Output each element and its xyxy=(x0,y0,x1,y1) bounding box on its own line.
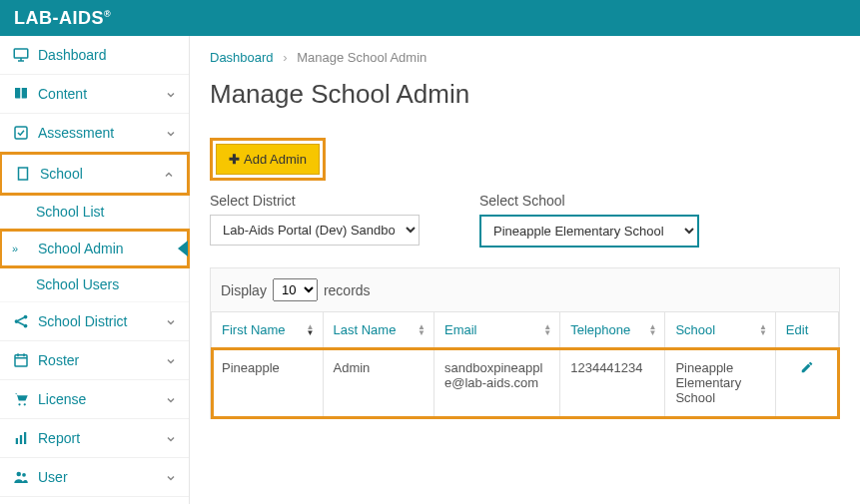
sidebar-item-label: Dashboard xyxy=(38,47,177,63)
book-icon xyxy=(12,85,30,103)
cell-email: sandboxpineapple@lab-aids.com xyxy=(434,348,560,418)
col-last-name[interactable]: Last Name ▲▼ xyxy=(323,312,434,348)
pencil-icon xyxy=(800,360,814,374)
check-square-icon xyxy=(12,124,30,142)
col-first-name[interactable]: First Name ▲▼ xyxy=(212,312,324,348)
display-suffix: records xyxy=(324,282,371,298)
sidebar-item-label: Report xyxy=(38,430,165,446)
building-icon xyxy=(14,165,32,183)
sidebar-item-report[interactable]: Report xyxy=(0,419,189,458)
data-panel: Display 10 records First Name ▲▼ Last Na… xyxy=(210,267,840,419)
select-district-dropdown[interactable]: Lab-Aids Portal (Dev) Sandbox xyxy=(210,215,420,246)
sidebar-item-content[interactable]: Content xyxy=(0,75,189,114)
monitor-icon xyxy=(12,46,30,64)
button-label: Add Admin xyxy=(244,152,307,167)
svg-rect-3 xyxy=(15,127,27,139)
app-logo: LAB-AIDS® xyxy=(14,8,111,29)
svg-point-26 xyxy=(22,473,26,477)
svg-rect-4 xyxy=(19,168,28,180)
svg-rect-22 xyxy=(16,438,18,444)
select-school-label: Select School xyxy=(479,193,699,209)
sidebar-item-license[interactable]: License xyxy=(0,380,189,419)
cell-school: Pineapple Elementary School xyxy=(665,348,775,418)
svg-rect-0 xyxy=(14,49,28,58)
col-telephone[interactable]: Telephone ▲▼ xyxy=(560,312,665,348)
svg-point-20 xyxy=(18,403,20,405)
sort-icon: ▲▼ xyxy=(543,324,551,336)
sidebar-item-label: License xyxy=(38,391,165,407)
svg-rect-24 xyxy=(24,432,26,444)
add-admin-button[interactable]: ✚ Add Admin xyxy=(216,144,320,175)
display-prefix: Display xyxy=(221,282,267,298)
sidebar-item-assessment[interactable]: Assessment xyxy=(0,114,189,153)
sidebar-item-label: Assessment xyxy=(38,125,165,141)
chevron-down-icon xyxy=(165,315,177,327)
chevron-down-icon xyxy=(165,471,177,483)
svg-line-14 xyxy=(18,317,24,320)
col-edit: Edit xyxy=(775,312,838,348)
sidebar-item-label: School xyxy=(40,166,163,182)
sidebar-item-label: School District xyxy=(38,313,165,329)
sidebar-item-label: Content xyxy=(38,86,165,102)
svg-point-25 xyxy=(17,472,22,477)
sidebar-item-user[interactable]: User xyxy=(0,458,189,497)
sidebar: Dashboard Content Assessment School Scho… xyxy=(0,36,190,504)
admin-table: First Name ▲▼ Last Name ▲▼ Email ▲▼ Te xyxy=(211,311,839,418)
cell-telephone: 1234441234 xyxy=(560,348,665,418)
svg-point-21 xyxy=(24,403,26,405)
main-content: Dashboard › Manage School Admin Manage S… xyxy=(190,36,860,504)
sidebar-subitem-school-list[interactable]: School List xyxy=(0,195,189,230)
sidebar-subitem-school-users[interactable]: School Users xyxy=(0,267,189,302)
breadcrumb: Dashboard › Manage School Admin xyxy=(210,50,840,65)
sidebar-subitem-school-admin[interactable]: » School Admin xyxy=(0,229,190,268)
cart-icon xyxy=(12,390,30,408)
breadcrumb-root[interactable]: Dashboard xyxy=(210,50,274,65)
chevron-down-icon xyxy=(165,432,177,444)
bar-chart-icon xyxy=(12,429,30,447)
share-icon xyxy=(12,312,30,330)
breadcrumb-current: Manage School Admin xyxy=(297,50,427,65)
sort-icon: ▲▼ xyxy=(648,324,656,336)
sidebar-item-label: Roster xyxy=(38,352,165,368)
cell-last-name: Admin xyxy=(323,348,434,418)
page-title: Manage School Admin xyxy=(210,79,840,110)
calendar-icon xyxy=(12,351,30,369)
sort-icon: ▲▼ xyxy=(418,324,426,336)
chevron-up-icon xyxy=(163,168,175,180)
svg-rect-23 xyxy=(20,435,22,444)
svg-line-15 xyxy=(18,322,24,325)
sidebar-item-label: School Admin xyxy=(38,241,124,256)
sidebar-item-label: User xyxy=(38,469,165,485)
chevron-right-icon: › xyxy=(283,50,287,65)
sidebar-item-roster[interactable]: Roster xyxy=(0,341,189,380)
angle-right-icon: » xyxy=(12,243,18,254)
cell-first-name: Pineapple xyxy=(212,348,324,418)
sidebar-item-label: School Users xyxy=(36,276,119,292)
edit-button[interactable] xyxy=(775,348,838,418)
sidebar-item-dashboard[interactable]: Dashboard xyxy=(0,36,189,75)
col-school[interactable]: School ▲▼ xyxy=(665,312,775,348)
select-school-dropdown[interactable]: Pineapple Elementary School xyxy=(479,215,699,248)
col-email[interactable]: Email ▲▼ xyxy=(434,312,560,348)
plus-icon: ✚ xyxy=(229,152,240,167)
chevron-down-icon xyxy=(165,127,177,139)
chevron-down-icon xyxy=(165,354,177,366)
sort-icon: ▲▼ xyxy=(759,324,767,336)
sidebar-item-school-district[interactable]: School District xyxy=(0,302,189,341)
sidebar-item-school[interactable]: School xyxy=(0,152,190,196)
display-records-select[interactable]: 10 xyxy=(273,278,318,301)
app-header: LAB-AIDS® xyxy=(0,0,860,36)
chevron-down-icon xyxy=(165,88,177,100)
sort-icon: ▲▼ xyxy=(307,324,315,336)
svg-rect-16 xyxy=(15,355,27,366)
sidebar-item-label: School List xyxy=(36,204,104,220)
users-icon xyxy=(12,468,30,486)
chevron-down-icon xyxy=(165,393,177,405)
highlight-box: ✚ Add Admin xyxy=(210,138,326,181)
select-district-label: Select District xyxy=(210,193,420,209)
table-row: Pineapple Admin sandboxpineapple@lab-aid… xyxy=(212,348,839,418)
